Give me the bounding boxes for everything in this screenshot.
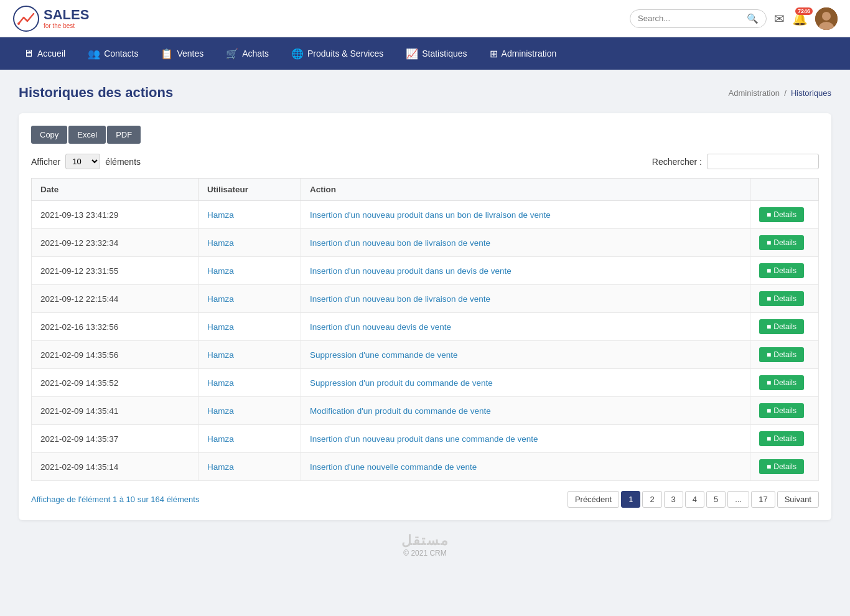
user-link[interactable]: Hamza: [207, 238, 234, 248]
details-icon: ■: [767, 322, 771, 331]
copy-button[interactable]: Copy: [31, 126, 67, 144]
show-entries-before: Afficher: [31, 157, 60, 167]
user-link[interactable]: Hamza: [207, 210, 234, 220]
produits-icon: 🌐: [291, 48, 304, 60]
pagination-info: Affichage de l'élément 1 à 10 sur 164 él…: [31, 495, 199, 504]
details-button[interactable]: ■ Details: [759, 403, 804, 418]
details-icon: ■: [767, 238, 771, 247]
user-link[interactable]: Hamza: [207, 266, 234, 276]
user-link[interactable]: Hamza: [207, 378, 234, 388]
nav-administration[interactable]: ⊞ Administration: [479, 37, 568, 70]
details-button[interactable]: ■ Details: [759, 431, 804, 446]
next-button[interactable]: Suivant: [777, 491, 819, 508]
page-4-button[interactable]: 4: [685, 491, 704, 508]
cell-user: Hamza: [198, 285, 301, 313]
details-icon: ■: [767, 406, 771, 415]
user-link[interactable]: Hamza: [207, 350, 234, 360]
page-ellipsis-button: ...: [727, 491, 749, 508]
cell-btn: ■ Details: [750, 257, 819, 285]
avatar[interactable]: [815, 7, 838, 30]
cell-date: 2021-09-12 23:32:34: [32, 229, 198, 257]
page-1-button[interactable]: 1: [621, 491, 640, 508]
details-button[interactable]: ■ Details: [759, 207, 804, 222]
details-icon: ■: [767, 266, 771, 275]
details-button[interactable]: ■ Details: [759, 235, 804, 250]
page-2-button[interactable]: 2: [642, 491, 661, 508]
user-link[interactable]: Hamza: [207, 294, 234, 304]
details-button[interactable]: ■ Details: [759, 319, 804, 334]
details-button[interactable]: ■ Details: [759, 263, 804, 278]
svg-point-1: [17, 22, 20, 25]
col-date: Date: [32, 179, 198, 201]
nav-contacts-label: Contacts: [104, 49, 138, 58]
cell-action: Suppression d'un produit du commande de …: [301, 369, 750, 397]
cell-btn: ■ Details: [750, 425, 819, 453]
user-link[interactable]: Hamza: [207, 322, 234, 332]
cell-btn: ■ Details: [750, 369, 819, 397]
cell-action: Insertion d'un nouveau produit dans un d…: [301, 257, 750, 285]
details-icon: ■: [767, 350, 771, 359]
cell-btn: ■ Details: [750, 201, 819, 229]
nav-accueil[interactable]: 🖥 Accueil: [12, 37, 77, 70]
cell-user: Hamza: [198, 257, 301, 285]
page-5-button[interactable]: 5: [706, 491, 726, 508]
nav-contacts[interactable]: 👥 Contacts: [77, 37, 149, 70]
details-button[interactable]: ■ Details: [759, 347, 804, 362]
table-row: 2021-02-09 14:35:56 Hamza Suppression d'…: [32, 341, 819, 369]
search-button[interactable]: 🔍: [747, 13, 759, 24]
table-row: 2021-09-12 23:32:34 Hamza Insertion d'un…: [32, 229, 819, 257]
export-buttons: Copy Excel PDF: [31, 126, 819, 144]
breadcrumb-root[interactable]: Administration: [729, 88, 780, 98]
page-header: Historiques des actions Administration /…: [19, 85, 831, 101]
cell-btn: ■ Details: [750, 229, 819, 257]
user-link[interactable]: Hamza: [207, 462, 234, 472]
cell-date: 2021-02-09 14:35:52: [32, 369, 198, 397]
details-icon: ■: [767, 462, 771, 471]
logo-icon: [12, 5, 40, 32]
nav-ventes[interactable]: 📋 Ventes: [149, 37, 215, 70]
mail-icon[interactable]: ✉: [774, 11, 785, 26]
pdf-button[interactable]: PDF: [107, 126, 141, 144]
table-row: 2021-09-12 23:31:55 Hamza Insertion d'un…: [32, 257, 819, 285]
brand-tagline: for the best: [44, 22, 89, 29]
nav-statistiques[interactable]: 📈 Statistiques: [395, 37, 478, 70]
achats-icon: 🛒: [226, 48, 238, 60]
info-middle: sur: [138, 495, 151, 504]
cell-user: Hamza: [198, 201, 301, 229]
details-icon: ■: [767, 294, 771, 303]
nav-produits[interactable]: 🌐 Produits & Services: [280, 37, 395, 70]
cell-date: 2021-02-09 14:35:37: [32, 425, 198, 453]
user-link[interactable]: Hamza: [207, 406, 234, 416]
table-search: Rechercher :: [652, 154, 819, 169]
actions-table: Date Utilisateur Action 2021-09-13 23:41…: [31, 178, 819, 481]
svg-point-0: [14, 6, 39, 31]
footer-watermark: مستقل © 2021 CRM: [19, 533, 831, 558]
show-entries-after: éléments: [105, 157, 141, 167]
nav-statistiques-label: Statistiques: [422, 49, 467, 58]
page-title: Historiques des actions: [19, 85, 173, 101]
search-box[interactable]: 🔍: [630, 9, 767, 28]
nav-achats[interactable]: 🛒 Achats: [215, 37, 280, 70]
prev-button[interactable]: Précédent: [567, 491, 619, 508]
col-actions: [750, 179, 819, 201]
cell-btn: ■ Details: [750, 453, 819, 481]
brand-name: SALES: [44, 7, 89, 22]
cell-action: Insertion d'un nouveau bon de livraison …: [301, 285, 750, 313]
show-entries: Afficher 10 25 50 100 éléments: [31, 154, 141, 169]
logo: SALES for the best: [12, 5, 89, 32]
entries-select[interactable]: 10 25 50 100: [65, 154, 100, 169]
page-17-button[interactable]: 17: [751, 491, 775, 508]
cell-btn: ■ Details: [750, 313, 819, 341]
nav-accueil-label: Accueil: [37, 49, 65, 58]
search-input[interactable]: [638, 14, 747, 23]
details-button[interactable]: ■ Details: [759, 459, 804, 474]
notification-icon[interactable]: 🔔 7246: [792, 11, 808, 26]
main-card: Copy Excel PDF Afficher 10 25 50 100 élé…: [19, 113, 831, 520]
page-3-button[interactable]: 3: [664, 491, 683, 508]
details-button[interactable]: ■ Details: [759, 291, 804, 306]
cell-action: Suppression d'une commande de vente: [301, 341, 750, 369]
details-button[interactable]: ■ Details: [759, 375, 804, 390]
user-link[interactable]: Hamza: [207, 434, 234, 444]
table-search-input[interactable]: [707, 154, 819, 169]
excel-button[interactable]: Excel: [68, 126, 106, 144]
